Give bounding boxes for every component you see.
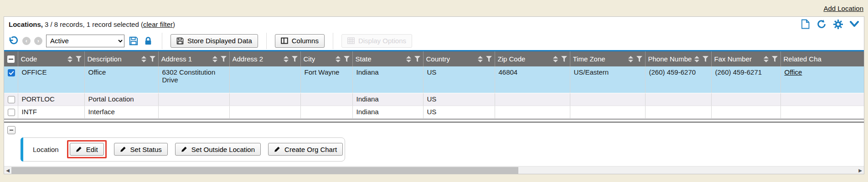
related-chart-link[interactable]: Office bbox=[785, 68, 802, 76]
cell-fax bbox=[711, 106, 780, 118]
sort-icon[interactable] bbox=[212, 56, 217, 62]
scrollbar-thumb[interactable] bbox=[11, 167, 518, 174]
scroll-left-icon[interactable]: ◀ bbox=[4, 167, 11, 174]
pencil-icon bbox=[274, 146, 280, 152]
horizontal-scrollbar[interactable]: ◀ ▶ bbox=[4, 166, 864, 174]
grid-bottom-border bbox=[4, 119, 864, 123]
cell-address1 bbox=[158, 93, 229, 106]
sort-icon[interactable] bbox=[67, 56, 72, 62]
previous-record-icon[interactable]: ‹ bbox=[22, 37, 31, 45]
cell-fax: (260) 459-6271 bbox=[711, 66, 780, 93]
header-city[interactable]: City bbox=[300, 51, 352, 66]
records-summary: 3 / 8 records, 1 record selected ( bbox=[45, 20, 143, 28]
save-filter-icon[interactable] bbox=[128, 35, 139, 46]
cell-fax bbox=[711, 93, 780, 106]
cell-zipcode: 46804 bbox=[495, 66, 570, 93]
cell-country: US bbox=[423, 66, 495, 93]
next-record-icon[interactable]: › bbox=[34, 37, 42, 45]
lock-icon[interactable] bbox=[143, 35, 154, 46]
collapse-actions-button[interactable] bbox=[7, 126, 16, 134]
header-related-charts[interactable]: Related Cha bbox=[780, 51, 864, 66]
create-org-chart-button[interactable]: Create Org Chart bbox=[268, 143, 343, 156]
edit-button-label: Edit bbox=[86, 146, 98, 153]
header-select-all bbox=[4, 51, 18, 66]
action-bar-accent bbox=[21, 137, 23, 162]
pencil-icon bbox=[76, 146, 82, 152]
action-group-label: Location bbox=[33, 146, 59, 153]
cell-address1: 6302 Constitution Drive bbox=[158, 66, 229, 93]
filter-icon[interactable] bbox=[636, 56, 642, 62]
collapse-row bbox=[4, 123, 864, 137]
filter-icon[interactable] bbox=[221, 56, 227, 62]
select-all-checkbox[interactable] bbox=[7, 56, 15, 63]
columns-button[interactable]: Columns bbox=[275, 34, 325, 48]
cell-city: Fort Wayne bbox=[300, 66, 352, 93]
grid-icon bbox=[347, 37, 355, 44]
sort-icon[interactable] bbox=[406, 56, 411, 62]
sort-icon[interactable] bbox=[284, 56, 289, 62]
filter-icon[interactable] bbox=[150, 56, 155, 62]
status-filter-select[interactable]: Active bbox=[46, 35, 124, 47]
header-state[interactable]: State bbox=[352, 51, 423, 66]
cell-related-charts bbox=[780, 93, 864, 106]
cell-related-charts: Office bbox=[780, 66, 864, 93]
filter-icon[interactable] bbox=[486, 56, 492, 62]
cell-country: US bbox=[423, 93, 495, 106]
row-checkbox[interactable] bbox=[8, 69, 15, 76]
sort-icon[interactable] bbox=[764, 56, 769, 62]
set-outside-location-label: Set Outside Location bbox=[191, 146, 255, 153]
cell-timezone bbox=[570, 93, 645, 106]
filter-icon[interactable] bbox=[76, 56, 82, 62]
header-address2[interactable]: Address 2 bbox=[229, 51, 300, 66]
header-timezone[interactable]: Time Zone bbox=[570, 51, 645, 66]
sort-icon[interactable] bbox=[478, 56, 483, 62]
sort-icon[interactable] bbox=[694, 56, 699, 62]
gear-icon[interactable] bbox=[833, 19, 843, 29]
header-address1[interactable]: Address 1 bbox=[158, 51, 229, 66]
scroll-right-icon[interactable]: ▶ bbox=[857, 167, 864, 174]
store-displayed-data-button[interactable]: Store Displayed Data bbox=[170, 34, 258, 48]
header-country[interactable]: Country bbox=[423, 51, 495, 66]
set-outside-location-button[interactable]: Set Outside Location bbox=[175, 143, 261, 156]
filter-icon[interactable] bbox=[414, 56, 420, 62]
filter-icon[interactable] bbox=[703, 56, 708, 62]
display-options-label: Display Options bbox=[358, 37, 406, 45]
new-document-icon[interactable] bbox=[800, 19, 810, 29]
sort-icon[interactable] bbox=[628, 56, 633, 62]
filter-icon[interactable] bbox=[344, 56, 350, 62]
cell-timezone bbox=[570, 106, 645, 118]
cell-state: Indiana bbox=[352, 106, 423, 118]
sort-icon[interactable] bbox=[553, 56, 558, 62]
header-description[interactable]: Description bbox=[84, 51, 158, 66]
sort-icon[interactable] bbox=[336, 56, 341, 62]
filter-icon[interactable] bbox=[561, 56, 567, 62]
cell-description: Interface bbox=[84, 106, 158, 118]
collapse-panel-chevron-icon[interactable] bbox=[849, 19, 859, 29]
header-fax[interactable]: Fax Number bbox=[711, 51, 780, 66]
row-checkbox[interactable] bbox=[8, 109, 15, 116]
header-zipcode[interactable]: Zip Code bbox=[495, 51, 570, 66]
cell-state: Indiana bbox=[352, 93, 423, 106]
row-checkbox[interactable] bbox=[8, 96, 15, 103]
filter-icon[interactable] bbox=[292, 56, 298, 62]
add-location-link[interactable]: Add Location bbox=[823, 5, 863, 12]
pencil-icon bbox=[181, 146, 187, 152]
filter-icon[interactable] bbox=[772, 56, 778, 62]
edit-button[interactable]: Edit bbox=[70, 143, 104, 156]
cell-phone bbox=[645, 93, 711, 106]
clear-filter-link[interactable]: clear filter bbox=[143, 20, 173, 28]
set-status-button[interactable]: Set Status bbox=[114, 143, 168, 156]
cell-address2 bbox=[229, 106, 300, 118]
sort-icon[interactable] bbox=[141, 56, 146, 62]
save-icon bbox=[176, 37, 184, 45]
undo-icon[interactable] bbox=[8, 35, 19, 46]
panel-header: Locations, 3 / 8 records, 1 record selec… bbox=[4, 17, 864, 31]
header-code[interactable]: Code bbox=[18, 51, 84, 66]
refresh-icon[interactable] bbox=[816, 19, 827, 29]
store-displayed-data-label: Store Displayed Data bbox=[187, 37, 252, 45]
header-phone[interactable]: Phone Number bbox=[645, 51, 711, 66]
cell-code: PORTLOC bbox=[18, 93, 84, 106]
cell-zipcode bbox=[495, 93, 570, 106]
display-options-button: Display Options bbox=[341, 34, 412, 48]
pencil-icon bbox=[120, 146, 126, 152]
